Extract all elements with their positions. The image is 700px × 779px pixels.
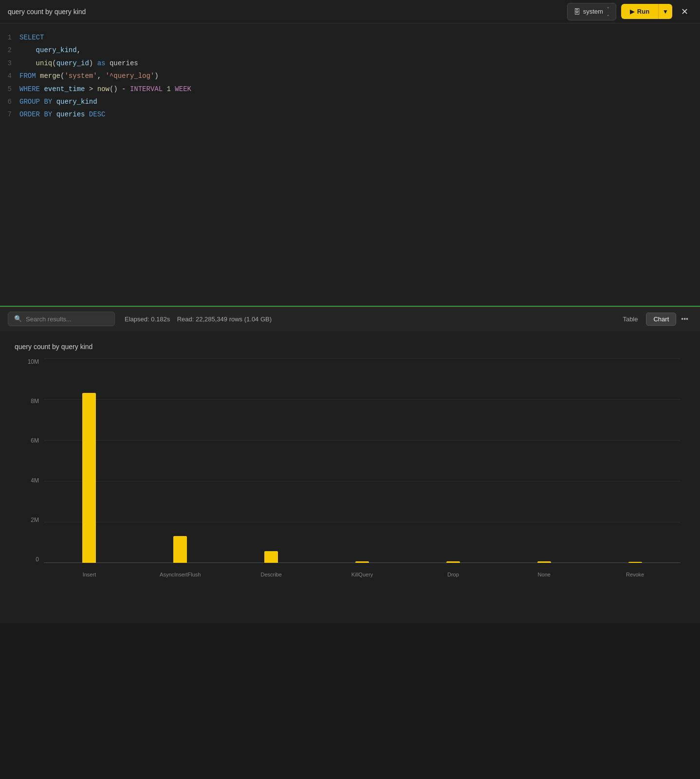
column-ref: queries [56,111,85,118]
db-selector[interactable]: 🗄 system ⌃⌄ [567,3,616,20]
line-number: 7 [0,109,19,120]
line-number: 4 [0,71,19,81]
keyword: GROUP BY [19,98,52,106]
function-name: uniq [36,59,53,67]
x-label-insert: Insert [44,570,135,577]
bar-revoke [628,562,642,563]
code-line-5: 5 WHERE event_time > now() - INTERVAL 1 … [0,83,700,95]
bar-group-none [498,561,589,563]
header-controls: 🗄 system ⌃⌄ ▶ Run ▼ ✕ [567,3,692,20]
line-number: 3 [0,58,19,69]
y-label-6m: 6M [15,437,39,444]
chevron-icon: ⌃⌄ [606,6,610,17]
line-number: 2 [0,45,19,56]
chart-area: query count by query kind 10M 8M 6M 4M 2… [0,331,700,623]
header: query count by query kind 🗄 system ⌃⌄ ▶ … [0,0,700,23]
bars-container [44,358,681,563]
code-line-7: 7 ORDER BY queries DESC [0,108,700,121]
run-label: Run [637,8,649,15]
y-label-4m: 4M [15,477,39,484]
code-line-4: 4 FROM merge('system', '^query_log') [0,70,700,82]
column-ref: query_id [56,59,89,67]
keyword-interval: WEEK [175,85,191,93]
x-label-drop: Drop [407,570,498,577]
function-name: now [97,85,110,93]
x-labels: Insert AsyncInsertFlush Describe KillQue… [44,570,681,577]
chart-container: 10M 8M 6M 4M 2M 0 [15,358,685,602]
grid-line-0 [44,563,681,563]
bar-insert [82,393,96,563]
search-box[interactable]: 🔍 [8,312,115,326]
bar-group-killquery [317,561,408,563]
bar-group-revoke [589,562,681,563]
keyword-interval: INTERVAL [130,85,163,93]
y-label-8m: 8M [15,398,39,405]
search-input[interactable] [26,315,109,323]
bar-describe [264,551,278,563]
query-title: query count by query kind [8,8,86,16]
code-line-2: 2 query_kind, [0,44,700,56]
chart-inner: Insert AsyncInsertFlush Describe KillQue… [44,358,681,577]
line-number: 6 [0,96,19,107]
search-icon: 🔍 [14,315,22,323]
string-literal: '^query_log' [105,72,154,80]
bar-group-insert [44,393,135,563]
x-label-asyncinsertflush: AsyncInsertFlush [135,570,226,577]
bar-asyncinsertflush [173,536,187,563]
column-ref: query_kind [36,46,77,54]
db-label: system [583,8,603,15]
y-label-10m: 10M [15,358,39,365]
y-label-2m: 2M [15,517,39,523]
y-axis: 10M 8M 6M 4M 2M 0 [15,358,39,563]
play-icon: ▶ [630,8,634,15]
column-ref: event_time [44,85,85,93]
column-ref: query_kind [56,98,97,106]
y-label-0: 0 [15,556,39,563]
function-name: merge [40,72,60,80]
run-button[interactable]: ▶ Run [621,4,658,19]
code-line-1: 1 SELECT [0,31,700,44]
view-table-button[interactable]: Table [615,313,645,326]
stats-elapsed: Elapsed: 0.182s Read: 22,285,349 rows (1… [125,315,606,323]
header-more-button[interactable]: ✕ [677,4,692,19]
code-line-6: 6 GROUP BY query_kind [0,95,700,108]
number-literal: 1 [167,85,171,93]
keyword: WHERE [19,85,40,93]
bar-drop [446,561,460,563]
results-more-button[interactable]: ••• [677,313,692,325]
x-label-killquery: KillQuery [317,570,408,577]
line-number: 5 [0,84,19,94]
bar-none [537,561,551,563]
bar-group-describe [226,551,317,563]
view-chart-button[interactable]: Chart [646,313,676,326]
bar-group-asyncinsertflush [135,536,226,563]
run-dropdown-button[interactable]: ▼ [658,4,672,19]
string-literal: 'system' [64,72,97,80]
run-button-group: ▶ Run ▼ [621,4,672,19]
editor-area[interactable]: 1 SELECT 2 query_kind, 3 uniq(query_id) … [0,23,700,306]
keyword: as [97,59,106,67]
chart-title: query count by query kind [15,343,685,351]
database-icon: 🗄 [573,8,580,16]
x-label-describe: Describe [226,570,317,577]
keyword: ORDER BY [19,111,52,118]
keyword: FROM [19,72,36,80]
keyword: DESC [89,111,106,118]
x-label-none: None [498,570,589,577]
bar-killquery [355,561,369,563]
code-line-3: 3 uniq(query_id) as queries [0,57,700,70]
results-bar: 🔍 Elapsed: 0.182s Read: 22,285,349 rows … [0,306,700,331]
view-buttons: Table Chart ••• [615,313,692,326]
x-label-revoke: Revoke [589,570,681,577]
keyword: SELECT [19,34,44,41]
line-number: 1 [0,32,19,43]
bar-group-drop [407,561,498,563]
